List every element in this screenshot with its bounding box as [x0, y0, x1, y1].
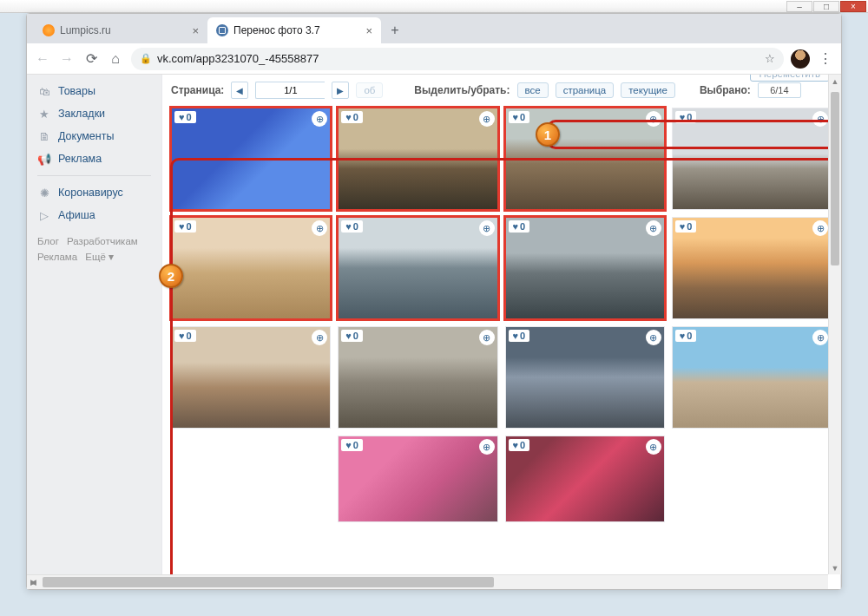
- tab-close-icon[interactable]: ×: [365, 24, 372, 37]
- footer-link-developers[interactable]: Разработчикам: [67, 236, 138, 246]
- window-close-button[interactable]: ×: [840, 1, 866, 12]
- move-button[interactable]: Переместить: [750, 75, 830, 82]
- photo-thumb[interactable]: ♥ 0⊕: [338, 108, 497, 210]
- zoom-icon[interactable]: ⊕: [812, 220, 828, 236]
- profile-avatar[interactable]: [791, 49, 810, 69]
- page-prev-button[interactable]: ◀: [231, 82, 248, 99]
- like-badge[interactable]: ♥ 0: [675, 111, 697, 123]
- page-input[interactable]: [255, 82, 325, 99]
- like-badge[interactable]: ♥ 0: [675, 220, 697, 233]
- zoom-icon[interactable]: ⊕: [312, 111, 327, 127]
- like-badge[interactable]: ♥ 0: [341, 439, 363, 451]
- nav-reload-icon[interactable]: ⟳: [82, 50, 100, 68]
- select-all-button[interactable]: все: [517, 82, 549, 98]
- scrollbar-thumb[interactable]: [43, 577, 494, 587]
- lock-icon: 🔒: [140, 53, 152, 64]
- photo-thumb[interactable]: ♥ 0⊕: [338, 217, 497, 319]
- like-badge[interactable]: ♥ 0: [509, 220, 530, 233]
- like-badge[interactable]: ♥ 0: [509, 111, 530, 123]
- scrollbar-thumb[interactable]: [831, 92, 839, 265]
- scroll-down-icon[interactable]: ▼: [829, 561, 841, 574]
- zoom-icon[interactable]: ⊕: [312, 220, 327, 236]
- photo-thumb[interactable]: ♥ 0⊕: [672, 326, 832, 429]
- bookmark-star-icon[interactable]: ☆: [765, 52, 775, 65]
- like-badge[interactable]: ♥ 0: [341, 111, 363, 123]
- sidebar-item-label: Реклама: [58, 153, 102, 165]
- play-icon: ▷: [37, 208, 51, 222]
- tab-close-icon[interactable]: ×: [192, 24, 199, 37]
- horizontal-scrollbar[interactable]: ◀ ▶: [27, 574, 828, 589]
- window-minimize-button[interactable]: –: [786, 1, 812, 12]
- heart-icon: ♥: [513, 112, 519, 122]
- refresh-button[interactable]: об: [356, 82, 383, 98]
- like-badge[interactable]: ♥ 0: [509, 439, 530, 451]
- sidebar-item-label: Товары: [58, 85, 95, 97]
- zoom-icon[interactable]: ⊕: [479, 439, 495, 455]
- zoom-icon[interactable]: ⊕: [479, 111, 495, 127]
- like-badge[interactable]: ♥ 0: [675, 330, 697, 342]
- zoom-icon[interactable]: ⊕: [312, 330, 327, 345]
- window-maximize-button[interactable]: □: [813, 1, 839, 12]
- browser-window: Lumpics.ru × Перенос фото 3.7 × + ← → ⟳ …: [26, 13, 842, 590]
- nav-forward-icon[interactable]: →: [58, 50, 76, 68]
- browser-tabbar: Lumpics.ru × Перенос фото 3.7 × +: [27, 14, 841, 43]
- new-tab-button[interactable]: +: [385, 20, 405, 41]
- zoom-icon[interactable]: ⊕: [479, 330, 495, 345]
- like-badge[interactable]: ♥ 0: [341, 330, 363, 342]
- heart-icon: ♥: [345, 440, 352, 450]
- sidebar-item-documents[interactable]: 🗎Документы: [27, 125, 161, 147]
- sidebar-separator: [37, 175, 151, 176]
- sidebar-item-goods[interactable]: 🛍Товары: [27, 80, 161, 102]
- scroll-right-icon[interactable]: ▶: [27, 575, 40, 589]
- photo-thumb[interactable]: ♥ 0⊕: [505, 326, 665, 429]
- photo-thumb[interactable]: ♥ 0⊕: [505, 108, 665, 210]
- tab-title: Lumpics.ru: [60, 24, 111, 36]
- zoom-icon[interactable]: ⊕: [479, 220, 495, 236]
- sidebar-item-label: Закладки: [58, 108, 105, 120]
- zoom-icon[interactable]: ⊕: [646, 220, 661, 236]
- nav-back-icon[interactable]: ←: [34, 50, 51, 68]
- browser-menu-icon[interactable]: ⋮: [817, 50, 834, 68]
- photo-thumb[interactable]: ♥ 0⊕: [672, 108, 832, 210]
- photo-thumb[interactable]: ♥ 0⊕: [171, 217, 331, 319]
- like-badge[interactable]: ♥ 0: [174, 220, 196, 233]
- browser-tab-lumpics[interactable]: Lumpics.ru ×: [34, 17, 207, 43]
- vertical-scrollbar[interactable]: ▲ ▼: [828, 75, 841, 574]
- like-badge[interactable]: ♥ 0: [341, 220, 363, 233]
- photo-thumb[interactable]: ♥ 0⊕: [171, 326, 331, 429]
- photo-thumb[interactable]: ♥ 0⊕: [338, 326, 497, 429]
- footer-link-more[interactable]: Ещё ▾: [85, 252, 114, 262]
- like-badge[interactable]: ♥ 0: [509, 330, 530, 342]
- zoom-icon[interactable]: ⊕: [812, 330, 828, 345]
- photo-thumb[interactable]: ♥ 0⊕: [338, 436, 497, 522]
- browser-tab-vk-app[interactable]: Перенос фото 3.7 ×: [207, 17, 381, 43]
- zoom-icon[interactable]: ⊕: [646, 111, 661, 127]
- page-next-button[interactable]: ▶: [332, 82, 349, 99]
- annotation-badge-1: 1: [536, 122, 560, 147]
- nav-home-icon[interactable]: ⌂: [107, 50, 124, 68]
- zoom-icon[interactable]: ⊕: [646, 330, 661, 345]
- photo-thumb[interactable]: ♥ 0⊕: [505, 217, 665, 319]
- sidebar-item-events[interactable]: ▷Афиша: [27, 204, 161, 226]
- address-bar[interactable]: 🔒 vk.com/app3231070_-45558877 ☆: [131, 48, 784, 70]
- footer-link-ads[interactable]: Реклама: [37, 252, 77, 262]
- like-badge[interactable]: ♥ 0: [174, 330, 196, 342]
- photo-thumb[interactable]: ♥ 0⊕: [171, 108, 331, 210]
- select-page-button[interactable]: страница: [556, 82, 615, 98]
- select-current-button[interactable]: текущие: [621, 82, 675, 98]
- selected-label: Выбрано:: [700, 84, 751, 96]
- zoom-icon[interactable]: ⊕: [646, 439, 661, 455]
- scroll-up-icon[interactable]: ▲: [829, 75, 841, 88]
- heart-icon: ♥: [179, 331, 185, 341]
- page-label: Страница:: [171, 84, 224, 96]
- sidebar-item-bookmarks[interactable]: ★Закладки: [27, 102, 161, 125]
- favicon-vk: [216, 24, 228, 36]
- like-badge[interactable]: ♥ 0: [174, 111, 196, 123]
- browser-toolbar: ← → ⟳ ⌂ 🔒 vk.com/app3231070_-45558877 ☆ …: [27, 43, 841, 75]
- sidebar-item-ads[interactable]: 📢Реклама: [27, 147, 161, 170]
- footer-link-blog[interactable]: Блог: [37, 236, 59, 246]
- zoom-icon[interactable]: ⊕: [812, 111, 828, 127]
- photo-thumb[interactable]: ♥ 0⊕: [505, 436, 665, 522]
- sidebar-item-coronavirus[interactable]: ✺Коронавирус: [27, 181, 161, 204]
- photo-thumb[interactable]: ♥ 0⊕: [672, 217, 832, 319]
